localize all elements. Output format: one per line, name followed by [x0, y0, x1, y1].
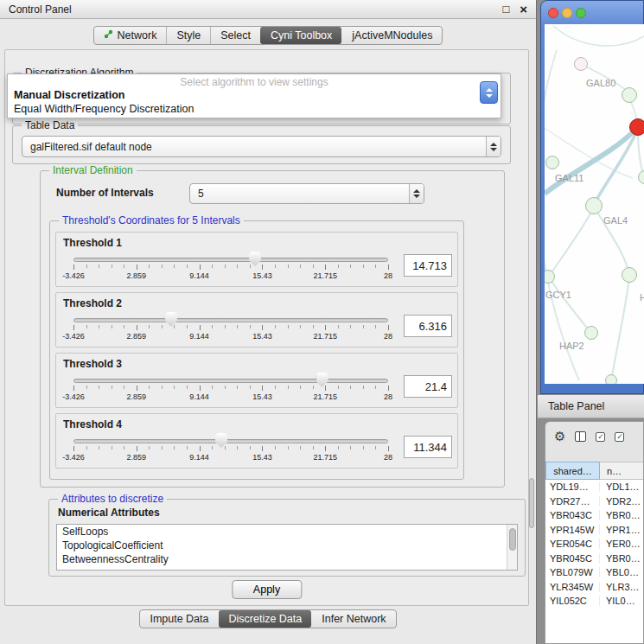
slider-track[interactable]: [73, 318, 388, 322]
apply-button[interactable]: Apply: [232, 580, 302, 599]
table-cell[interactable]: YIL0…: [600, 596, 643, 606]
column-header-name[interactable]: n…: [600, 462, 643, 480]
table-row[interactable]: YBR045CYBR0…: [545, 552, 643, 566]
threshold-slider[interactable]: -3.4262.8599.14415.4321.71528: [73, 433, 392, 466]
table-cell[interactable]: YBR0…: [600, 553, 643, 564]
network-node[interactable]: [584, 326, 598, 340]
columns-icon[interactable]: [575, 431, 586, 442]
table-cell[interactable]: YDR27…: [545, 496, 600, 507]
table-cell[interactable]: YPR145W: [545, 525, 600, 535]
tab-style[interactable]: Style: [166, 27, 210, 44]
tab-network[interactable]: Network: [94, 27, 167, 44]
float-window-icon[interactable]: □: [502, 3, 509, 15]
control-panel-window: Control Panel □ × NetworkStyleSelectCyni…: [0, 0, 537, 644]
list-item[interactable]: BetweennessCentrality: [57, 552, 517, 566]
bottom-tabs-row: Impute DataDiscretize DataInfer Network: [0, 609, 536, 628]
table-row[interactable]: YBL079WYBL0…: [545, 565, 643, 580]
slider-thumb[interactable]: [249, 252, 261, 266]
network-node[interactable]: [545, 156, 559, 169]
tick-mark: [288, 386, 289, 389]
table-cell[interactable]: YBL079W: [545, 567, 600, 577]
tick-mark: [137, 386, 137, 391]
panel-scrollbar-thumb[interactable]: [529, 478, 534, 528]
table-cell[interactable]: YPR1…: [600, 525, 643, 535]
list-scrollbar[interactable]: [507, 525, 517, 570]
table-cell[interactable]: YDL19…: [545, 481, 600, 492]
tab-discretize-data[interactable]: Discretize Data: [219, 610, 312, 628]
mac-minimize-button[interactable]: [562, 8, 572, 18]
tick-mark: [275, 265, 276, 268]
table-cell[interactable]: YBR045C: [545, 553, 600, 564]
table-row[interactable]: YDL19…YDL1…: [545, 480, 643, 494]
gear-icon[interactable]: ⚙: [554, 430, 565, 443]
tick-mark: [363, 265, 364, 268]
mac-zoom-button[interactable]: [576, 8, 586, 18]
threshold-slider[interactable]: -3.4262.8599.14415.4321.71528: [73, 312, 392, 345]
tab-cyni-toolbox[interactable]: Cyni Toolbox: [260, 27, 341, 44]
node-label: GAL4: [603, 215, 628, 226]
table-row[interactable]: YER054CYER0…: [545, 537, 643, 552]
threshold-slider[interactable]: -3.4262.8599.14415.4321.71528: [73, 252, 392, 284]
slider-thumb[interactable]: [165, 312, 177, 327]
select-check-icon[interactable]: ✓: [596, 432, 605, 442]
table-cell[interactable]: YBL0…: [600, 567, 643, 577]
attributes-list[interactable]: SelfLoopsTopologicalCoefficientBetweenne…: [56, 524, 518, 571]
stepper-icon[interactable]: [409, 184, 424, 203]
table-row[interactable]: YLR345WYLR3…: [545, 580, 643, 595]
table-row[interactable]: YDR27…YDR2…: [545, 494, 643, 509]
threshold-value[interactable]: 14.713: [404, 254, 452, 277]
tick-mark: [187, 446, 188, 450]
menu-item-manual-discretization[interactable]: Manual Discretization: [14, 89, 125, 101]
tab-label: jActiveMNodules: [352, 29, 432, 41]
threshold-value[interactable]: 11.344: [404, 436, 452, 458]
num-intervals-combobox[interactable]: 5: [189, 183, 424, 204]
network-node[interactable]: [622, 267, 637, 283]
threshold-value[interactable]: 21.4: [404, 375, 452, 398]
tick-mark: [325, 265, 326, 270]
list-scrollbar-thumb[interactable]: [509, 528, 516, 551]
column-header-shared-name[interactable]: shared…: [545, 462, 600, 480]
table-row[interactable]: YPR145WYPR1…: [545, 523, 643, 538]
tick-mark: [338, 325, 339, 328]
slider-thumb[interactable]: [316, 373, 328, 387]
threshold-value[interactable]: 6.316: [404, 315, 452, 337]
table-cell[interactable]: YDL1…: [600, 481, 643, 492]
attributes-group: Attributes to discretize Numerical Attri…: [48, 499, 526, 577]
table-row[interactable]: YBR043CYBR0…: [545, 508, 643, 523]
tab-impute-data[interactable]: Impute Data: [140, 610, 218, 628]
slider-track[interactable]: [73, 258, 388, 262]
table-data-combobox[interactable]: galFiltered.sif default node: [22, 136, 501, 157]
table-cell[interactable]: YDR2…: [600, 496, 643, 507]
tab-infer-network[interactable]: Infer Network: [311, 610, 395, 628]
network-canvas[interactable]: GAL80GAL11GAL4GCY1HAP2H: [545, 24, 644, 384]
table-cell[interactable]: YER0…: [600, 539, 643, 549]
table-cell[interactable]: YBR0…: [600, 510, 643, 520]
close-icon[interactable]: ×: [520, 3, 527, 16]
tab-select[interactable]: Select: [210, 27, 260, 44]
network-node[interactable]: [585, 197, 603, 214]
tab-jactivemnodules[interactable]: jActiveMNodules: [341, 27, 442, 44]
table-cell[interactable]: YIL052C: [545, 596, 600, 606]
list-item[interactable]: TopologicalCoefficient: [57, 539, 517, 552]
network-node[interactable]: [574, 57, 588, 71]
combo-stepper-button[interactable]: [480, 81, 498, 104]
list-item[interactable]: SelfLoops: [57, 525, 517, 539]
mac-close-button[interactable]: [548, 8, 558, 18]
threshold-slider[interactable]: -3.4262.8599.14415.4321.71528: [73, 373, 392, 405]
deselect-check-icon[interactable]: ✓: [615, 432, 624, 442]
table-cell[interactable]: YLR3…: [600, 582, 643, 592]
tick-mark: [388, 386, 389, 391]
tick-mark: [187, 265, 188, 268]
network-node[interactable]: [629, 118, 644, 136]
stepper-icon[interactable]: [486, 137, 501, 156]
menu-item-equal-width-frequency[interactable]: Equal Width/Frequency Discretization: [14, 103, 194, 115]
table-row[interactable]: YIL052CYIL0…: [545, 594, 643, 609]
slider-track[interactable]: [73, 439, 388, 443]
slider-track[interactable]: [73, 379, 388, 383]
table-cell[interactable]: YLR345W: [545, 582, 600, 592]
network-node[interactable]: [622, 87, 637, 103]
table-cell[interactable]: YER054C: [545, 539, 600, 549]
network-node[interactable]: [605, 374, 617, 384]
table-cell[interactable]: YBR043C: [545, 510, 600, 520]
slider-thumb[interactable]: [215, 433, 227, 448]
